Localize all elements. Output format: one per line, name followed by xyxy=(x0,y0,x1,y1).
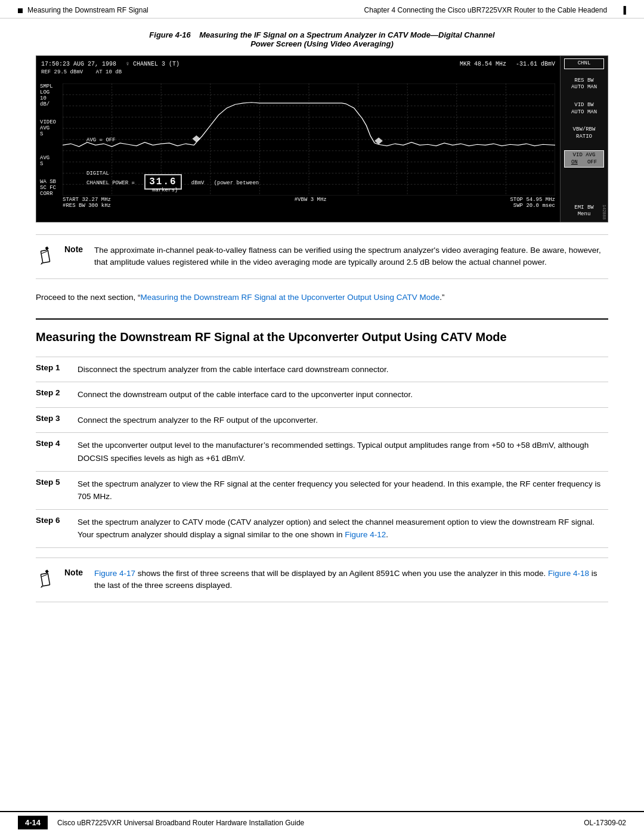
note2-text-middle: shows the first of three screens that wi… xyxy=(135,569,548,578)
proceed-paragraph: Proceed to the next section, “Measuring … xyxy=(36,291,608,304)
spec-btn-emi-bw: EMI BW Menu xyxy=(564,203,604,219)
header-right: Chapter 4 Connecting the Cisco uBR7225VX… xyxy=(352,6,626,14)
steps-body: Step 1 Disconnect the spectrum analyzer … xyxy=(36,357,608,547)
pencil-icon xyxy=(36,246,55,267)
spectrum-main-area: 17:50:23 AUG 27, 1998 ♀ CHANNEL 3 (T) MK… xyxy=(36,56,560,222)
spec-btn-res-bw: RES BW AUTO MAN xyxy=(564,76,604,92)
steps-table: Step 1 Disconnect the spectrum analyzer … xyxy=(36,357,608,548)
step-label: Step 4 xyxy=(36,433,78,471)
spectrum-analyzer: 17:50:23 AUG 27, 1998 ♀ CHANNEL 3 (T) MK… xyxy=(36,55,608,222)
spec-mkr-val: -31.61 dBmV xyxy=(516,61,555,67)
footer-doc-number: OL-17309-02 xyxy=(584,819,626,827)
proceed-text-after: .” xyxy=(439,293,444,302)
note-label-2: Note xyxy=(64,568,88,577)
note-text-1: The approximate in-channel peak-to-valle… xyxy=(94,244,608,269)
spec-ref: REF 29.5 dBmV AT 10 dB xyxy=(41,69,122,75)
step-content: Connect the spectrum analyzer to the RF … xyxy=(78,407,608,433)
note2-link1[interactable]: Figure 4-17 xyxy=(94,569,135,578)
note-label-1: Note xyxy=(64,244,88,254)
step-content: Disconnect the spectrum analyzer from th… xyxy=(78,357,608,382)
spec-video-avg: VIDEO AVG S xyxy=(40,119,63,137)
footer-title: Cisco uBR7225VXR Universal Broadband Rou… xyxy=(57,819,304,827)
step-label: Step 1 xyxy=(36,357,78,382)
table-row: Step 2 Connect the downstream output of … xyxy=(36,382,608,408)
spec-digital-label: DIGITAL CHANNEL POWER = 31.6 dBmV (power… xyxy=(86,171,259,193)
note-section-1: Note The approximate in-channel peak-to-… xyxy=(36,234,608,279)
step-content: Set the spectrum analyzer to view the RF… xyxy=(78,471,608,509)
page-header: Measuring the Downstream RF Signal Chapt… xyxy=(0,0,644,18)
header-separator: ▐ xyxy=(621,6,626,14)
spec-left-labels: SMPL LOG 10 dB/ VIDEO AVG S AVG S xyxy=(40,83,63,196)
header-left: Measuring the Downstream RF Signal xyxy=(18,6,148,14)
figure-title-line1: Measuring the IF Signal on a Spectrum An… xyxy=(199,30,495,39)
page-number: 4-14 xyxy=(18,816,48,829)
step-content: Set the upconverter output level to the … xyxy=(78,433,608,471)
step-label: Step 6 xyxy=(36,509,78,547)
pencil-icon-2 xyxy=(36,569,55,590)
spec-avg: AVG S xyxy=(40,155,63,167)
svg-line-24 xyxy=(42,574,48,577)
spec-wa-sb: WA SB SC FC CORR xyxy=(40,179,63,197)
figure-caption: Figure 4-16 Measuring the IF Signal on a… xyxy=(36,30,608,48)
bullet-icon xyxy=(18,8,23,13)
note-text-2: Figure 4-17 shows the first of three scr… xyxy=(94,568,608,592)
spec-channel: ♀ CHANNEL 3 (T) xyxy=(126,61,179,67)
spec-btn-vid-avg: VID AVG ON OFF xyxy=(564,150,604,168)
table-row: Step 3 Connect the spectrum analyzer to … xyxy=(36,407,608,433)
spec-vbw: #VBW 3 MHz xyxy=(295,197,327,203)
main-content: Figure 4-16 Measuring the IF Signal on a… xyxy=(0,18,644,632)
step-label: Step 2 xyxy=(36,382,78,408)
page-footer: 4-14 Cisco uBR7225VXR Universal Broadban… xyxy=(0,811,644,833)
svg-marker-19 xyxy=(193,135,201,143)
figure-number: Figure 4-16 xyxy=(149,30,190,39)
step-label: Step 3 xyxy=(36,407,78,433)
figure-link[interactable]: Figure 4-12 xyxy=(345,530,386,539)
note-icon-2 xyxy=(36,569,57,592)
proceed-text-before: Proceed to the next section, “ xyxy=(36,293,141,302)
note-section-2: Note Figure 4-17 shows the first of thre… xyxy=(36,558,608,602)
table-row: Step 6 Set the spectrum analyzer to CATV… xyxy=(36,509,608,547)
spec-btn-vid-bw: VID BW AUTO MAN xyxy=(564,101,604,117)
spec-btn-chnl: CHNL xyxy=(564,58,604,69)
step-label: Step 5 xyxy=(36,471,78,509)
spectrum-header: 17:50:23 AUG 27, 1998 ♀ CHANNEL 3 (T) MK… xyxy=(39,60,558,69)
section-heading: Measuring the Downstream RF Signal at th… xyxy=(36,318,608,345)
header-section-label: Measuring the Downstream RF Signal xyxy=(27,6,148,14)
table-row: Step 1 Disconnect the spectrum analyzer … xyxy=(36,357,608,382)
spectrum-screen: 17:50:23 AUG 27, 1998 ♀ CHANNEL 3 (T) MK… xyxy=(39,60,558,219)
spec-avg-off: AVG = OFF xyxy=(86,137,116,143)
table-row: Step 5 Set the spectrum analyzer to view… xyxy=(36,471,608,509)
spectrum-sidebar: CHNL RES BW AUTO MAN VID BW AUTO MAN VBW… xyxy=(560,56,608,222)
svg-line-22 xyxy=(42,251,48,253)
spectrum-bottom: START 32.27 MHz #RES BW 300 kHz #VBW 3 M… xyxy=(63,196,555,219)
spec-stop: STOP 54.95 MHz SWP 20.0 msec xyxy=(510,197,555,209)
spec-mkr: MKR 48.54 MHz xyxy=(460,61,506,67)
note-icon-1 xyxy=(36,246,57,269)
spec-ref-num: 142888 xyxy=(602,205,606,219)
spec-time: 17:50:23 AUG 27, 1998 xyxy=(41,61,116,67)
header-chapter-info: Chapter 4 Connecting the Cisco uBR7225VX… xyxy=(364,6,608,14)
step-content: Connect the downstream output of the cab… xyxy=(78,382,608,408)
proceed-link[interactable]: Measuring the Downstream RF Signal at th… xyxy=(141,293,440,302)
spec-btn-vbw-rbw: VBW/RBW RATIO xyxy=(564,125,604,141)
spec-start: START 32.27 MHz #RES BW 300 kHz xyxy=(63,197,111,209)
note2-link2[interactable]: Figure 4-18 xyxy=(548,569,589,578)
footer-left: 4-14 Cisco uBR7225VXR Universal Broadban… xyxy=(18,816,304,829)
spec-log: LOG 10 dB/ xyxy=(40,89,63,107)
table-row: Step 4 Set the upconverter output level … xyxy=(36,433,608,471)
figure-title-line2: Power Screen (Using Video Averaging) xyxy=(250,39,394,48)
step-content: Set the spectrum analyzer to CATV mode (… xyxy=(78,509,608,547)
spec-smpl: SMPL xyxy=(40,83,63,89)
